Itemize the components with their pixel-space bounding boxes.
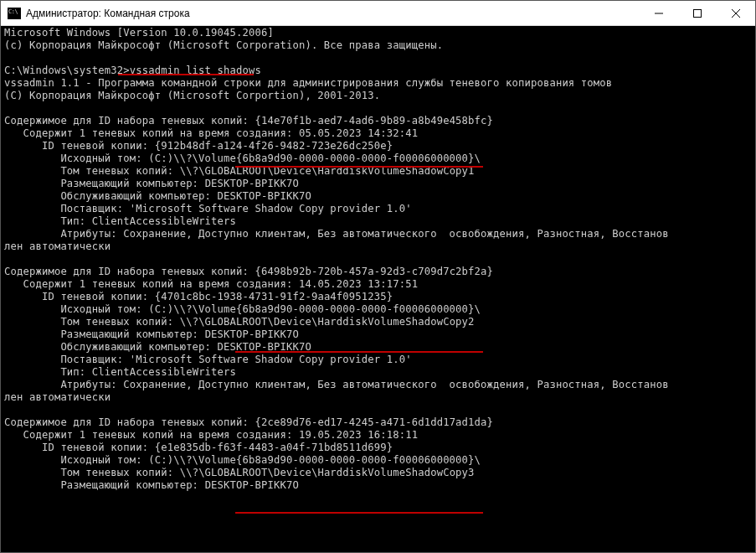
copy-id-label: ID теневой копии:: [4, 140, 148, 152]
titlebar[interactable]: Администратор: Командная строка: [1, 1, 755, 26]
orig-vol-label: Исходный том: (C:)\\?\Volume: [4, 454, 236, 466]
orig-vol-label: Исходный том: (C:)\\?\Volume: [4, 303, 236, 315]
os-version-line: Microsoft Windows [Version 10.0.19045.20…: [4, 27, 274, 39]
close-button[interactable]: [717, 1, 755, 25]
set-label: Содержимое для ID набора теневых копий:: [4, 416, 249, 428]
vol-guid: {6b8a9d90-0000-0000-0000-f00006000000}\: [236, 454, 481, 466]
set-label: Содержимое для ID набора теневых копий:: [4, 115, 249, 127]
tool-header-1: vssadmin 1.1 - Программа командной строк…: [4, 77, 612, 89]
window-controls: [640, 1, 755, 25]
host-label: Размещающий компьютер:: [4, 178, 198, 189]
copy-id-label: ID теневой копии:: [4, 291, 148, 302]
svc-label: Обслуживающий компьютер:: [4, 341, 211, 353]
underline-annotation: [235, 351, 483, 353]
cmd-icon: [8, 8, 21, 19]
provider-1: 'Microsoft Software Shadow Copy provider…: [130, 354, 412, 365]
attr-line1: Атрибуты: Сохранение, Доступно клиентам,…: [4, 379, 669, 390]
window-frame: Администратор: Командная строка Microsof…: [0, 0, 756, 553]
shadow-vol-2: \\?\GLOBALROOT\Device\HarddiskVolumeShad…: [180, 467, 475, 478]
created-1: 14.05.2023 13:17:51: [299, 278, 418, 290]
underline-annotation: [118, 74, 254, 75]
copy-id-label: ID теневой копии:: [4, 442, 148, 453]
provider-label: Поставщик:: [4, 354, 123, 365]
type-0: ClientAccessibleWriters: [92, 215, 236, 227]
created-2: 19.05.2023 16:18:11: [299, 429, 418, 441]
contains-label: Содержит 1 теневых копий на время создан…: [4, 429, 292, 441]
host-1: DESKTOP-BPIKK7O: [205, 328, 299, 340]
shadow-vol-label: Том теневых копий:: [4, 316, 173, 328]
type-label: Тип:: [4, 215, 85, 227]
attr-line2: лен автоматически: [4, 391, 111, 403]
shadow-vol-1: \\?\GLOBALROOT\Device\HarddiskVolumeShad…: [180, 316, 475, 328]
svg-rect-1: [694, 9, 702, 17]
provider-0: 'Microsoft Software Shadow Copy provider…: [130, 203, 412, 214]
orig-vol-label: Исходный том: (C:)\\?\Volume: [4, 152, 236, 164]
svc-label: Обслуживающий компьютер:: [4, 190, 211, 202]
window-title: Администратор: Командная строка: [26, 8, 640, 19]
vol-guid: {6b8a9d90-0000-0000-0000-f00006000000}\: [236, 152, 481, 164]
copy-id-0: {912b48df-a124-4f26-9482-723e26dc250e}: [155, 140, 393, 152]
minimize-button[interactable]: [640, 1, 678, 25]
type-1: ClientAccessibleWriters: [92, 366, 236, 378]
contains-label: Содержит 1 теневых копий на время создан…: [4, 127, 292, 139]
provider-label: Поставщик:: [4, 203, 123, 214]
underline-annotation: [235, 512, 483, 514]
shadow-vol-label: Том теневых копий:: [4, 467, 173, 478]
host-label: Размещающий компьютер:: [4, 479, 198, 491]
contains-label: Содержит 1 теневых копий на время создан…: [4, 278, 292, 290]
host-label: Размещающий компьютер:: [4, 328, 198, 340]
svc-0: DESKTOP-BPIKK7O: [218, 190, 311, 202]
set-label: Содержимое для ID набора теневых копий:: [4, 266, 249, 277]
created-0: 05.05.2023 14:32:41: [299, 127, 418, 139]
host-2: DESKTOP-BPIKK7O: [205, 479, 299, 491]
set-id-0: {14e70f1b-aed7-4ad6-9b89-a8b49e458bfc}: [255, 115, 494, 127]
set-id-2: {2ce89d76-ed17-4245-a471-6d1dd17ad1da}: [255, 416, 494, 428]
vol-guid: {6b8a9d90-0000-0000-0000-f00006000000}\: [236, 303, 481, 315]
underline-annotation: [235, 166, 483, 168]
tool-header-2: (C) Корпорация Майкрософт (Microsoft Cor…: [4, 90, 380, 101]
set-id-1: {6498b92b-720b-457a-92d3-c709d7c2bf2a}: [255, 266, 494, 277]
host-0: DESKTOP-BPIKK7O: [205, 178, 299, 189]
copy-id-2: {e1e835db-f63f-4483-a04f-71bd8511d699}: [155, 442, 393, 453]
type-label: Тип:: [4, 366, 85, 378]
copyright-line: (c) Корпорация Майкрософт (Microsoft Cor…: [4, 39, 443, 51]
attr-line2: лен автоматически: [4, 240, 111, 252]
copy-id-1: {4701c8bc-1938-4731-91f2-9aa4f0951235}: [155, 291, 393, 302]
attr-line1: Атрибуты: Сохранение, Доступно клиентам,…: [4, 228, 669, 240]
shadow-vol-label: Том теневых копий:: [4, 165, 173, 177]
console-output[interactable]: Microsoft Windows [Version 10.0.19045.20…: [1, 26, 755, 552]
maximize-button[interactable]: [678, 1, 717, 25]
prompt: C:\Windows\system32>: [4, 65, 130, 76]
